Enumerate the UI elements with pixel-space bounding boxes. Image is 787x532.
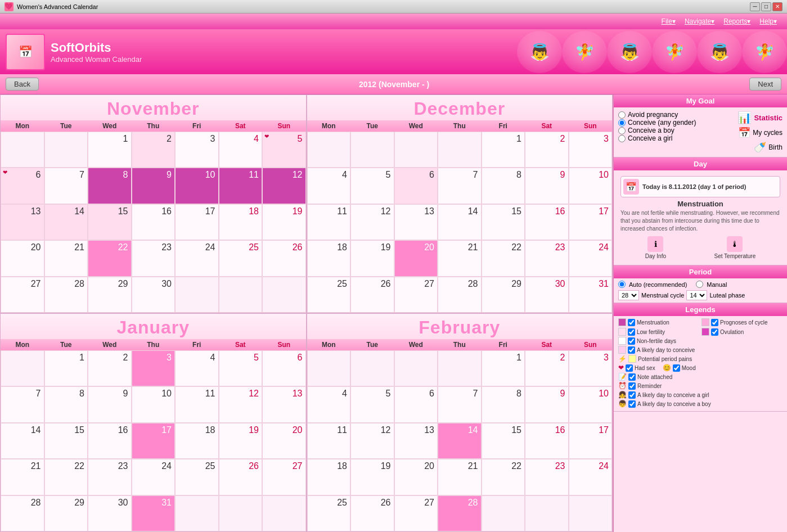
legend-girl-check[interactable]	[628, 391, 636, 399]
cal-day-7[interactable]: 7	[438, 168, 482, 204]
cal-day-23[interactable]: 23	[88, 459, 132, 495]
cal-day-28[interactable]: 28	[438, 277, 482, 313]
cal-day-2[interactable]: 2	[525, 132, 569, 168]
cal-day-26[interactable]: 26	[262, 240, 306, 276]
cal-day-4[interactable]: 4	[307, 168, 351, 204]
cal-day-18[interactable]: 18	[307, 240, 351, 276]
set-temperature-button[interactable]: 🌡 Set Temperature	[714, 236, 756, 259]
cal-day-16[interactable]: 16	[132, 204, 176, 240]
cal-day-25[interactable]: 25	[219, 240, 263, 276]
cal-day-30[interactable]: 30	[88, 495, 132, 531]
cal-day-22[interactable]: 22	[44, 459, 88, 495]
cal-day-7[interactable]: 7	[438, 386, 482, 422]
cal-day-30[interactable]: 30	[132, 277, 176, 313]
cal-day-25[interactable]: 25	[307, 277, 351, 313]
cal-day-14[interactable]: 14	[438, 204, 482, 240]
cal-day-27[interactable]: 27	[394, 277, 438, 313]
cal-day-16[interactable]: 16	[525, 423, 569, 459]
cal-day-1[interactable]: 1	[482, 350, 525, 386]
goal-avoid-radio[interactable]	[618, 111, 626, 119]
cal-day-1[interactable]: 1	[482, 132, 525, 168]
cal-day-10[interactable]: 10	[569, 386, 613, 422]
birth-button[interactable]: 🍼 Birth	[754, 141, 782, 154]
cal-day-27[interactable]: 27	[262, 459, 306, 495]
cal-day-17[interactable]: 17	[569, 204, 613, 240]
cal-day-13[interactable]: 13	[1, 204, 44, 240]
cal-day-21[interactable]: 21	[44, 240, 88, 276]
cal-day-5[interactable]: 5	[350, 386, 394, 422]
cal-day-1[interactable]: 1	[88, 132, 132, 168]
cal-day-4[interactable]: 4	[219, 132, 263, 168]
cal-day-11[interactable]: 11	[307, 204, 351, 240]
legend-mood-check[interactable]	[673, 364, 680, 372]
cal-day-10[interactable]: 10	[175, 168, 219, 204]
cycle-length-select[interactable]: 28272930	[618, 290, 639, 300]
cal-day-6[interactable]: 6❤	[1, 168, 44, 204]
cal-day-22[interactable]: 22	[482, 459, 525, 495]
cal-day-3[interactable]: 3	[569, 350, 613, 386]
cal-day-26[interactable]: 26	[350, 277, 394, 313]
menu-navigate[interactable]: Navigate▾	[680, 16, 719, 26]
cal-day-17[interactable]: 17	[175, 204, 219, 240]
cal-day-3[interactable]: 3	[569, 132, 613, 168]
cal-day-24[interactable]: 24	[132, 459, 176, 495]
cal-day-22[interactable]: 22	[482, 240, 525, 276]
cal-day-13[interactable]: 13	[394, 423, 438, 459]
legend-menstruation-check[interactable]	[628, 319, 635, 326]
cal-day-29[interactable]: 29	[482, 277, 525, 313]
cal-day-14[interactable]: 14	[44, 204, 88, 240]
cal-day-25[interactable]: 25	[307, 495, 351, 531]
legend-ovulation-check[interactable]	[711, 328, 718, 336]
cal-day-9[interactable]: 9	[132, 168, 176, 204]
maximize-button[interactable]: □	[761, 2, 771, 11]
cal-day-15[interactable]: 15	[482, 204, 525, 240]
cal-day-13[interactable]: 13	[262, 386, 306, 422]
cal-day-29[interactable]: 29	[44, 495, 88, 531]
cal-day-2[interactable]: 2	[88, 350, 132, 386]
cal-day-7[interactable]: 7	[44, 168, 88, 204]
cal-day-19[interactable]: 19	[262, 204, 306, 240]
cal-day-8[interactable]: 8	[482, 386, 525, 422]
cal-day-28[interactable]: 28	[438, 495, 482, 531]
menu-file[interactable]: File▾	[657, 16, 680, 26]
cal-day-22[interactable]: 22	[88, 240, 132, 276]
cal-day-23[interactable]: 23	[525, 459, 569, 495]
cal-day-26[interactable]: 26	[219, 459, 263, 495]
cal-day-20[interactable]: 20	[394, 240, 438, 276]
cal-day-15[interactable]: 15	[44, 423, 88, 459]
cal-day-21[interactable]: 21	[438, 459, 482, 495]
cal-day-23[interactable]: 23	[132, 240, 176, 276]
cal-day-6[interactable]: 6	[394, 168, 438, 204]
cal-day-23[interactable]: 23	[525, 240, 569, 276]
cal-day-28[interactable]: 28	[1, 495, 44, 531]
cal-day-20[interactable]: 20	[1, 240, 44, 276]
cal-day-10[interactable]: 10	[132, 386, 176, 422]
cal-day-31[interactable]: 31	[132, 495, 176, 531]
legend-nonfertile-check[interactable]	[628, 337, 635, 345]
legend-sex-check[interactable]	[626, 364, 633, 372]
cal-day-6[interactable]: 6	[262, 350, 306, 386]
cal-day-7[interactable]: 7	[1, 386, 44, 422]
cal-day-10[interactable]: 10	[569, 168, 613, 204]
cal-day-8[interactable]: 8	[88, 168, 132, 204]
cal-day-18[interactable]: 18	[219, 204, 263, 240]
cal-day-16[interactable]: 16	[525, 204, 569, 240]
cal-day-24[interactable]: 24	[569, 240, 613, 276]
cal-day-21[interactable]: 21	[438, 240, 482, 276]
cal-day-9[interactable]: 9	[525, 386, 569, 422]
cal-day-8[interactable]: 8	[44, 386, 88, 422]
legend-low-fertility-check[interactable]	[628, 328, 635, 336]
legend-note-check[interactable]	[628, 373, 636, 381]
cal-day-9[interactable]: 9	[525, 168, 569, 204]
close-button[interactable]: ✕	[772, 2, 782, 11]
cal-day-14[interactable]: 14	[438, 423, 482, 459]
cal-day-8[interactable]: 8	[482, 168, 525, 204]
cal-day-16[interactable]: 16	[88, 423, 132, 459]
cal-day-5[interactable]: 5	[350, 168, 394, 204]
next-button[interactable]: Next	[749, 78, 781, 91]
statistic-button[interactable]: 📊 Statistic	[737, 111, 782, 124]
cal-day-31[interactable]: 31	[569, 277, 613, 313]
legend-conceive-check[interactable]	[628, 346, 635, 354]
day-info-button[interactable]: ℹ Day Info	[645, 236, 666, 259]
cal-day-4[interactable]: 4	[175, 350, 219, 386]
